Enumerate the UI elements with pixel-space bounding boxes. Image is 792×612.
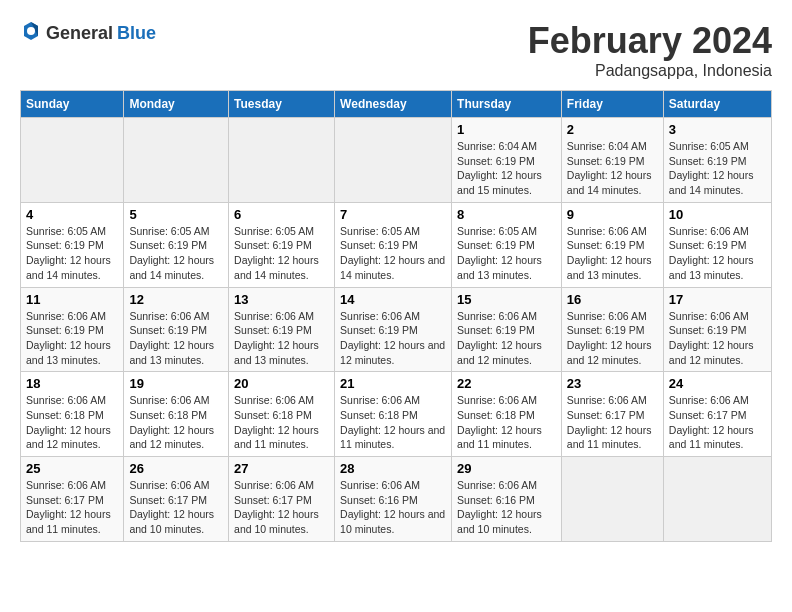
day-number: 20 — [234, 376, 329, 391]
calendar-cell: 23Sunrise: 6:06 AMSunset: 6:17 PMDayligh… — [561, 372, 663, 457]
calendar-header-row: SundayMondayTuesdayWednesdayThursdayFrid… — [21, 91, 772, 118]
weekday-header-monday: Monday — [124, 91, 229, 118]
day-detail: Sunrise: 6:06 AMSunset: 6:17 PMDaylight:… — [234, 478, 329, 537]
calendar-table: SundayMondayTuesdayWednesdayThursdayFrid… — [20, 90, 772, 542]
day-number: 22 — [457, 376, 556, 391]
weekday-header-wednesday: Wednesday — [335, 91, 452, 118]
day-number: 14 — [340, 292, 446, 307]
calendar-week-row: 4Sunrise: 6:05 AMSunset: 6:19 PMDaylight… — [21, 202, 772, 287]
day-detail: Sunrise: 6:06 AMSunset: 6:19 PMDaylight:… — [340, 309, 446, 368]
day-number: 5 — [129, 207, 223, 222]
day-detail: Sunrise: 6:05 AMSunset: 6:19 PMDaylight:… — [457, 224, 556, 283]
day-number: 15 — [457, 292, 556, 307]
day-detail: Sunrise: 6:06 AMSunset: 6:19 PMDaylight:… — [669, 309, 766, 368]
calendar-cell: 11Sunrise: 6:06 AMSunset: 6:19 PMDayligh… — [21, 287, 124, 372]
day-detail: Sunrise: 6:06 AMSunset: 6:19 PMDaylight:… — [457, 309, 556, 368]
calendar-cell: 10Sunrise: 6:06 AMSunset: 6:19 PMDayligh… — [663, 202, 771, 287]
calendar-cell: 7Sunrise: 6:05 AMSunset: 6:19 PMDaylight… — [335, 202, 452, 287]
day-detail: Sunrise: 6:05 AMSunset: 6:19 PMDaylight:… — [129, 224, 223, 283]
day-number: 23 — [567, 376, 658, 391]
day-detail: Sunrise: 6:06 AMSunset: 6:18 PMDaylight:… — [129, 393, 223, 452]
calendar-cell: 9Sunrise: 6:06 AMSunset: 6:19 PMDaylight… — [561, 202, 663, 287]
calendar-week-row: 25Sunrise: 6:06 AMSunset: 6:17 PMDayligh… — [21, 457, 772, 542]
calendar-cell: 29Sunrise: 6:06 AMSunset: 6:16 PMDayligh… — [452, 457, 562, 542]
day-number: 27 — [234, 461, 329, 476]
logo: GeneralBlue — [20, 20, 156, 46]
day-number: 12 — [129, 292, 223, 307]
day-detail: Sunrise: 6:05 AMSunset: 6:19 PMDaylight:… — [340, 224, 446, 283]
calendar-cell: 16Sunrise: 6:06 AMSunset: 6:19 PMDayligh… — [561, 287, 663, 372]
day-number: 9 — [567, 207, 658, 222]
calendar-cell: 22Sunrise: 6:06 AMSunset: 6:18 PMDayligh… — [452, 372, 562, 457]
calendar-cell: 6Sunrise: 6:05 AMSunset: 6:19 PMDaylight… — [229, 202, 335, 287]
day-detail: Sunrise: 6:06 AMSunset: 6:18 PMDaylight:… — [340, 393, 446, 452]
calendar-cell — [561, 457, 663, 542]
day-detail: Sunrise: 6:06 AMSunset: 6:19 PMDaylight:… — [129, 309, 223, 368]
calendar-cell: 12Sunrise: 6:06 AMSunset: 6:19 PMDayligh… — [124, 287, 229, 372]
day-number: 6 — [234, 207, 329, 222]
day-detail: Sunrise: 6:06 AMSunset: 6:16 PMDaylight:… — [457, 478, 556, 537]
day-detail: Sunrise: 6:06 AMSunset: 6:17 PMDaylight:… — [669, 393, 766, 452]
svg-point-0 — [27, 27, 35, 35]
logo-icon — [20, 20, 42, 46]
day-detail: Sunrise: 6:05 AMSunset: 6:19 PMDaylight:… — [669, 139, 766, 198]
weekday-header-tuesday: Tuesday — [229, 91, 335, 118]
day-number: 2 — [567, 122, 658, 137]
calendar-cell: 8Sunrise: 6:05 AMSunset: 6:19 PMDaylight… — [452, 202, 562, 287]
calendar-cell: 24Sunrise: 6:06 AMSunset: 6:17 PMDayligh… — [663, 372, 771, 457]
logo-text-blue: Blue — [117, 23, 156, 44]
calendar-cell: 28Sunrise: 6:06 AMSunset: 6:16 PMDayligh… — [335, 457, 452, 542]
calendar-week-row: 1Sunrise: 6:04 AMSunset: 6:19 PMDaylight… — [21, 118, 772, 203]
day-number: 11 — [26, 292, 118, 307]
day-number: 24 — [669, 376, 766, 391]
day-detail: Sunrise: 6:06 AMSunset: 6:19 PMDaylight:… — [234, 309, 329, 368]
day-number: 16 — [567, 292, 658, 307]
day-number: 10 — [669, 207, 766, 222]
logo-text-general: General — [46, 23, 113, 44]
day-number: 28 — [340, 461, 446, 476]
day-detail: Sunrise: 6:05 AMSunset: 6:19 PMDaylight:… — [26, 224, 118, 283]
calendar-cell: 19Sunrise: 6:06 AMSunset: 6:18 PMDayligh… — [124, 372, 229, 457]
calendar-cell: 25Sunrise: 6:06 AMSunset: 6:17 PMDayligh… — [21, 457, 124, 542]
calendar-week-row: 18Sunrise: 6:06 AMSunset: 6:18 PMDayligh… — [21, 372, 772, 457]
day-detail: Sunrise: 6:06 AMSunset: 6:18 PMDaylight:… — [26, 393, 118, 452]
day-number: 8 — [457, 207, 556, 222]
calendar-cell: 21Sunrise: 6:06 AMSunset: 6:18 PMDayligh… — [335, 372, 452, 457]
calendar-cell — [663, 457, 771, 542]
day-detail: Sunrise: 6:06 AMSunset: 6:19 PMDaylight:… — [567, 309, 658, 368]
calendar-cell: 26Sunrise: 6:06 AMSunset: 6:17 PMDayligh… — [124, 457, 229, 542]
day-detail: Sunrise: 6:06 AMSunset: 6:16 PMDaylight:… — [340, 478, 446, 537]
day-detail: Sunrise: 6:06 AMSunset: 6:18 PMDaylight:… — [457, 393, 556, 452]
day-number: 4 — [26, 207, 118, 222]
title-area: February 2024 Padangsappa, Indonesia — [528, 20, 772, 80]
page-title: February 2024 — [528, 20, 772, 62]
day-detail: Sunrise: 6:04 AMSunset: 6:19 PMDaylight:… — [567, 139, 658, 198]
day-number: 26 — [129, 461, 223, 476]
calendar-cell — [124, 118, 229, 203]
day-number: 18 — [26, 376, 118, 391]
day-detail: Sunrise: 6:06 AMSunset: 6:19 PMDaylight:… — [26, 309, 118, 368]
day-number: 17 — [669, 292, 766, 307]
day-number: 19 — [129, 376, 223, 391]
calendar-cell: 3Sunrise: 6:05 AMSunset: 6:19 PMDaylight… — [663, 118, 771, 203]
day-number: 13 — [234, 292, 329, 307]
calendar-cell: 15Sunrise: 6:06 AMSunset: 6:19 PMDayligh… — [452, 287, 562, 372]
calendar-week-row: 11Sunrise: 6:06 AMSunset: 6:19 PMDayligh… — [21, 287, 772, 372]
day-detail: Sunrise: 6:06 AMSunset: 6:19 PMDaylight:… — [567, 224, 658, 283]
day-number: 21 — [340, 376, 446, 391]
calendar-cell: 1Sunrise: 6:04 AMSunset: 6:19 PMDaylight… — [452, 118, 562, 203]
weekday-header-thursday: Thursday — [452, 91, 562, 118]
day-detail: Sunrise: 6:06 AMSunset: 6:17 PMDaylight:… — [567, 393, 658, 452]
calendar-cell — [335, 118, 452, 203]
day-number: 29 — [457, 461, 556, 476]
day-detail: Sunrise: 6:06 AMSunset: 6:17 PMDaylight:… — [26, 478, 118, 537]
weekday-header-saturday: Saturday — [663, 91, 771, 118]
day-detail: Sunrise: 6:06 AMSunset: 6:18 PMDaylight:… — [234, 393, 329, 452]
calendar-cell: 18Sunrise: 6:06 AMSunset: 6:18 PMDayligh… — [21, 372, 124, 457]
day-detail: Sunrise: 6:04 AMSunset: 6:19 PMDaylight:… — [457, 139, 556, 198]
calendar-cell — [229, 118, 335, 203]
calendar-cell: 2Sunrise: 6:04 AMSunset: 6:19 PMDaylight… — [561, 118, 663, 203]
day-number: 7 — [340, 207, 446, 222]
calendar-cell — [21, 118, 124, 203]
day-detail: Sunrise: 6:06 AMSunset: 6:19 PMDaylight:… — [669, 224, 766, 283]
